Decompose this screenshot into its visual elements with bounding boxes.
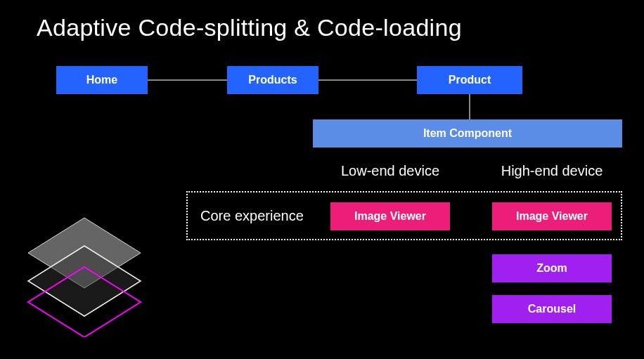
node-products: Products — [227, 66, 318, 94]
node-product: Product — [417, 66, 522, 94]
module-image-viewer-high: Image Viewer — [492, 202, 612, 230]
module-zoom: Zoom — [492, 254, 612, 282]
page-title: Adaptive Code-splitting & Code-loading — [37, 14, 462, 41]
connector-home-products — [148, 79, 227, 81]
node-product-label: Product — [449, 74, 491, 86]
core-experience-label: Core experience — [200, 208, 304, 224]
node-home: Home — [56, 66, 148, 94]
module-image-viewer-low-label: Image Viewer — [354, 210, 426, 223]
module-zoom-label: Zoom — [536, 262, 567, 275]
connector-products-product — [318, 79, 417, 81]
node-home-label: Home — [86, 74, 117, 86]
connector-product-item — [469, 94, 470, 119]
node-item-component: Item Component — [313, 119, 622, 148]
header-high-end: High-end device — [485, 163, 619, 179]
module-carousel: Carousel — [492, 295, 612, 323]
module-carousel-label: Carousel — [528, 303, 576, 315]
module-image-viewer-low: Image Viewer — [330, 202, 450, 230]
header-low-end: Low-end device — [323, 163, 457, 179]
module-image-viewer-high-label: Image Viewer — [516, 210, 588, 223]
node-item-component-label: Item Component — [423, 127, 512, 140]
node-products-label: Products — [248, 74, 297, 86]
layers-icon — [14, 211, 155, 337]
